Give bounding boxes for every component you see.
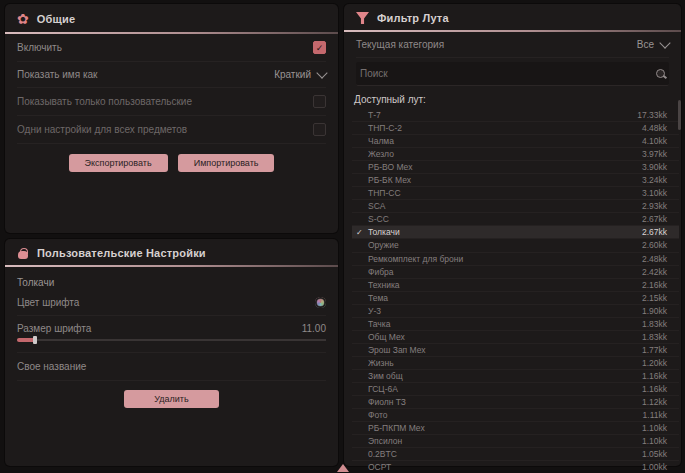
delete-button[interactable]: Удалить	[124, 390, 218, 408]
import-button[interactable]: Импортировать	[178, 154, 275, 172]
loot-list-item[interactable]: Жезло 3.97kk	[352, 148, 679, 161]
custom-name-row: Свое название	[17, 353, 326, 381]
loot-list-item[interactable]: Фиолн ТЗ 1.12kk	[352, 396, 679, 409]
loot-list-item[interactable]: Эрош Зап Мех 1.77kk	[352, 344, 679, 357]
loot-item-name: Эрош Зап Мех	[368, 345, 642, 355]
enable-label: Включить	[17, 42, 62, 53]
chevron-down-icon	[659, 37, 670, 48]
loot-item-value: 2.16kk	[642, 280, 667, 290]
loot-item-value: 1.05kk	[642, 449, 667, 459]
loot-item-name: Фото	[368, 410, 643, 420]
loot-list-item[interactable]: РБ-БК Мех 3.24kk	[352, 174, 679, 187]
custom-name-label: Свое название	[17, 361, 86, 372]
loot-list-item[interactable]: ГСЦ-6А 1.16kk	[352, 383, 679, 396]
loot-item-name: Чалма	[368, 136, 642, 146]
general-panel: ✿ Общие Включить ✓ Показать имя как Крат…	[5, 4, 338, 233]
enable-row: Включить ✓	[17, 34, 326, 62]
loot-list-item[interactable]: Тема 2.15kk	[352, 292, 679, 305]
loot-list-item[interactable]: Эпсилон 1.10kk	[352, 435, 679, 448]
loot-list-item[interactable]: ОСРТ 1.00kk	[352, 461, 679, 473]
loot-item-value: 4.10kk	[642, 136, 667, 146]
loot-list-item[interactable]: Ремкомплект для брони 2.48kk	[352, 253, 679, 266]
loot-item-value: 3.90kk	[642, 162, 667, 172]
gear-icon: ✿	[17, 12, 29, 26]
loot-item-value: 1.16kk	[642, 384, 667, 394]
loot-list-item[interactable]: 0.2BTC 1.05kk	[352, 448, 679, 461]
loot-list-item[interactable]: Тачка 1.83kk	[352, 318, 679, 331]
category-value: Все	[637, 39, 654, 50]
loot-list-item[interactable]: ТНП-СС 3.10kk	[352, 187, 679, 200]
loot-list-item[interactable]: Техника 2.16kk	[352, 279, 679, 292]
chevron-down-icon	[316, 67, 327, 78]
loot-filter-panel: Фильтр Лута Текущая категория Все Доступ…	[344, 4, 681, 466]
loot-item-name: Ремкомплект для брони	[368, 254, 642, 264]
general-panel-title: Общие	[37, 13, 76, 25]
only-custom-checkbox[interactable]	[313, 95, 326, 108]
slider-handle[interactable]	[33, 336, 37, 344]
loot-list-item[interactable]: Чалма 4.10kk	[352, 135, 679, 148]
loot-item-name: РБ-ПКПМ Мех	[368, 423, 642, 433]
user-settings-title: Пользовательские Настройки	[37, 247, 206, 259]
available-loot-label: Доступный лут:	[354, 94, 671, 105]
loot-list-item[interactable]: Жизнь 1.20kk	[352, 357, 679, 370]
search-input[interactable]	[358, 67, 612, 80]
slider-track	[17, 339, 326, 341]
loot-item-name: Толкачи	[368, 227, 642, 237]
same-settings-checkbox[interactable]	[313, 123, 326, 136]
same-settings-row: Одни настройки для всех предметов	[17, 116, 326, 144]
loot-item-value: 2.93kk	[642, 201, 667, 211]
loot-list: Т-7 17.33kk ТНП-С-2 4.48kk Чалма 4.10kk …	[352, 109, 679, 473]
general-panel-header: ✿ Общие	[5, 4, 338, 32]
filter-funnel-icon	[356, 12, 369, 24]
loot-list-item[interactable]: Зим общ 1.16kk	[352, 370, 679, 383]
loot-list-item[interactable]: У-3 1.90kk	[352, 305, 679, 318]
font-color-row: Цвет шрифта	[17, 290, 326, 316]
loot-item-name: ТНП-С-2	[368, 123, 642, 133]
loot-item-name: У-3	[368, 306, 642, 316]
font-size-value: 11.00	[302, 323, 326, 334]
loot-list-item[interactable]: SCA 2.93kk	[352, 200, 679, 213]
loot-item-value: 2.42kk	[642, 267, 667, 277]
loot-list-item[interactable]: Т-7 17.33kk	[352, 109, 679, 122]
export-button[interactable]: Экспортировать	[69, 154, 168, 172]
loot-item-name: Зим общ	[368, 371, 642, 381]
loot-item-value: 1.90kk	[642, 306, 667, 316]
enable-checkbox[interactable]: ✓	[313, 41, 326, 54]
font-size-slider[interactable]	[17, 336, 326, 344]
check-icon: ✓	[356, 228, 368, 237]
name-display-dropdown[interactable]: Краткий	[274, 69, 326, 80]
only-custom-row: Показывать только пользовательские	[17, 88, 326, 116]
loot-list-item[interactable]: ✓ Толкачи 2.67kk	[352, 226, 679, 239]
loot-item-name: ОСРТ	[368, 462, 642, 472]
loot-list-item[interactable]: РБ-ПКПМ Мех 1.10kk	[352, 422, 679, 435]
loot-list-item[interactable]: ТНП-С-2 4.48kk	[352, 122, 679, 135]
loot-item-value: 1.16kk	[642, 371, 667, 381]
selected-item-name: Толкачи	[17, 277, 326, 288]
loot-list-item[interactable]: Фибра 2.42kk	[352, 266, 679, 279]
loot-list-item[interactable]: Фото 1.11kk	[352, 409, 679, 422]
loot-list-item[interactable]: Оружие 2.60kk	[352, 239, 679, 252]
loot-item-value: 1.83kk	[642, 332, 667, 342]
loot-item-value: 3.97kk	[642, 149, 667, 159]
loot-item-name: Оружие	[368, 240, 642, 250]
loot-item-value: 2.67kk	[642, 214, 667, 224]
only-custom-label: Показывать только пользовательские	[17, 96, 192, 107]
search-icon[interactable]	[655, 68, 667, 80]
loot-item-name: 0.2BTC	[368, 449, 642, 459]
header-divider	[5, 265, 338, 267]
loot-item-value: 1.11kk	[643, 410, 667, 420]
loot-item-value: 1.77kk	[642, 345, 667, 355]
loot-list-item[interactable]: Общ Мех 1.83kk	[352, 331, 679, 344]
category-dropdown[interactable]: Все	[637, 39, 669, 50]
loot-item-name: Фиолн ТЗ	[368, 397, 642, 407]
category-label: Текущая категория	[356, 39, 444, 50]
loot-list-item[interactable]: S-CC 2.67kk	[352, 213, 679, 226]
scrollbar-thumb[interactable]	[678, 100, 681, 130]
loot-item-value: 1.12kk	[642, 397, 667, 407]
loot-item-value: 2.60kk	[642, 240, 667, 250]
delete-row: Удалить	[5, 381, 338, 408]
loot-list-item[interactable]: РБ-ВО Мех 3.90kk	[352, 161, 679, 174]
loot-item-name: РБ-ВО Мех	[368, 162, 642, 172]
color-wheel-icon[interactable]	[315, 297, 326, 308]
custom-name-input[interactable]	[182, 360, 326, 373]
